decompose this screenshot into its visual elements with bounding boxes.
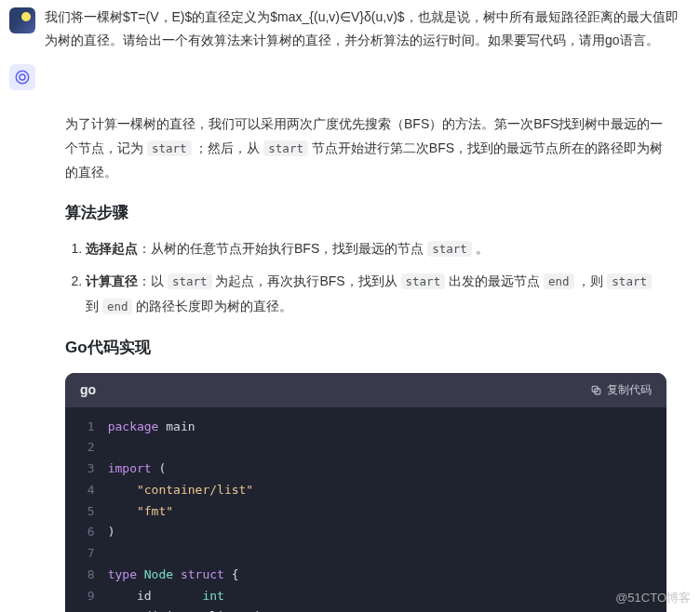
inline-code: start — [401, 273, 446, 289]
inline-code: start — [427, 241, 472, 257]
user-text: 我们将一棵树$T=(V，E)$的直径定义为$max_{(u,v)∈V}δ(u,v… — [45, 6, 687, 51]
user-message: 我们将一棵树$T=(V，E)$的直径定义为$max_{(u,v)∈V}δ(u,v… — [0, 0, 700, 60]
step-1: 选择起点：从树的任意节点开始执行BFS，找到最远的节点 start 。 — [86, 236, 666, 261]
inline-code: end — [102, 299, 133, 314]
inline-code-start-2: start — [263, 140, 308, 156]
ai-avatar — [9, 64, 35, 90]
ai-answer-card: 为了计算一棵树的直径，我们可以采用两次广度优先搜索（BFS）的方法。第一次BFS… — [45, 96, 687, 612]
ai-logo-icon — [14, 69, 31, 86]
code-body[interactable]: 1 2 3 4 5 6 7 8 9 10 11 12 13 package ma… — [65, 407, 666, 612]
code-block: go 复制代码 1 2 3 4 5 6 7 8 9 10 11 12 13 pa… — [65, 373, 666, 612]
ai-message-row — [0, 60, 700, 90]
heading-code: Go代码实现 — [65, 337, 666, 358]
inline-code: start — [168, 273, 212, 289]
copy-code-button[interactable]: 复制代码 — [590, 382, 652, 398]
heading-steps: 算法步骤 — [65, 202, 666, 223]
inline-code: end — [544, 273, 574, 289]
inline-code: start — [607, 273, 652, 289]
inline-code-start: start — [147, 140, 192, 156]
answer-paragraph: 为了计算一棵树的直径，我们可以采用两次广度优先搜索（BFS）的方法。第一次BFS… — [65, 113, 666, 185]
code-header: go 复制代码 — [65, 373, 666, 407]
user-avatar — [9, 7, 35, 33]
line-numbers: 1 2 3 4 5 6 7 8 9 10 11 12 13 — [65, 417, 108, 612]
steps-list: 选择起点：从树的任意节点开始执行BFS，找到最远的节点 start 。 计算直径… — [65, 236, 666, 320]
svg-point-0 — [16, 71, 29, 84]
copy-icon — [590, 384, 602, 396]
step-2: 计算直径：以 start 为起点，再次执行BFS，找到从 start 出发的最远… — [86, 269, 666, 320]
watermark: @51CTO博客 — [615, 590, 691, 606]
code-language-label: go — [80, 382, 96, 397]
code-lines: package main import ( "container/list" "… — [108, 417, 360, 612]
